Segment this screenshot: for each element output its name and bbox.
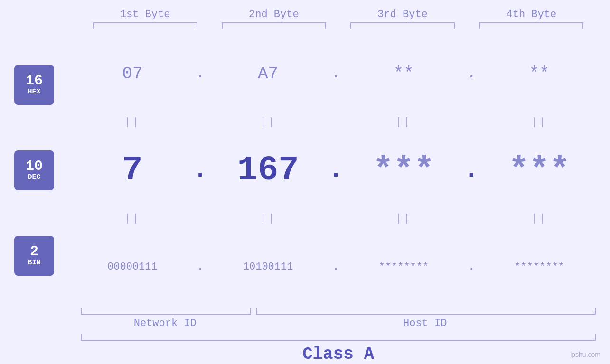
equals-row-1: || || || || [76,115,596,129]
equals1-1: || [80,116,185,128]
host-bracket [256,308,596,315]
dec-val1-cell: 7 [80,151,185,190]
bottom-labels-row: Network ID Host ID [81,317,596,329]
hex-val1: 07 [122,64,142,84]
byte4-header: 4th Byte [479,9,583,20]
top-brackets [0,22,610,29]
byte2-header: 2nd Byte [222,9,326,20]
watermark: ipshu.com [570,351,601,358]
bin-val4-cell: ******** [487,261,591,273]
content-area: 16 HEX 10 DEC 2 BIN 07 . [0,33,610,308]
bin-row: 00000111 . 10100111 . ******** . [76,226,596,308]
equals2-2: || [216,213,320,224]
full-bracket [81,334,596,341]
hex-val4-cell: ** [487,64,591,84]
dec-val2: 167 [237,151,299,190]
dec-dot3: . [464,157,479,184]
bin-val1-cell: 00000111 [80,261,185,273]
hex-val2-cell: A7 [216,64,320,84]
bin-badge-label: BIN [28,259,40,267]
bracket-byte1 [93,22,197,29]
dec-val4-cell: *** [487,151,591,190]
hex-dot2: . [328,66,343,81]
hex-row: 07 . A7 . ** . ** [76,33,596,115]
bin-badge: 2 BIN [14,236,54,276]
dec-val1: 7 [122,151,142,190]
network-bracket [81,308,251,315]
bracket-byte2 [222,22,326,29]
hex-dot1: . [193,66,207,81]
badges-column: 16 HEX 10 DEC 2 BIN [14,33,76,308]
dec-val3-cell: *** [351,151,456,190]
equals2-3: || [351,213,456,224]
equals1-3: || [351,116,456,128]
bin-badge-number: 2 [30,244,38,259]
bin-val1: 00000111 [107,261,158,273]
bin-val3: ******** [378,261,429,273]
dec-row: 7 . 167 . *** . *** [76,129,596,211]
equals1-4: || [487,116,591,128]
bin-val2: 10100111 [243,261,293,273]
byte3-header: 3rd Byte [350,9,455,20]
dec-badge-number: 10 [26,159,43,173]
byte-headers: 1st Byte 2nd Byte 3rd Byte 4th Byte [0,9,610,20]
class-label: Class A [81,345,596,364]
hex-val2: A7 [258,64,278,84]
hex-val4: ** [529,64,549,84]
dec-val4: *** [508,151,570,190]
byte1-header: 1st Byte [93,9,197,20]
dec-badge-label: DEC [28,173,40,182]
bracket-byte4 [479,22,583,29]
dec-dot1: . [193,157,207,184]
hex-dot3: . [464,66,479,81]
footer-section: Class A [0,334,610,364]
bin-dot2: . [328,261,343,273]
dec-val3: *** [373,151,434,190]
hex-badge: 16 HEX [14,65,54,105]
hex-badge-number: 16 [26,74,43,88]
bin-val2-cell: 10100111 [216,261,320,273]
network-id-label: Network ID [81,317,249,329]
dec-badge: 10 DEC [14,150,54,190]
bin-val3-cell: ******** [351,261,456,273]
main-container: 1st Byte 2nd Byte 3rd Byte 4th Byte 16 H… [0,0,610,364]
host-id-label: Host ID [254,317,596,329]
equals-row-2: || || || || [76,212,596,226]
bottom-brackets-row [81,308,596,315]
hex-badge-label: HEX [28,88,40,96]
hex-val1-cell: 07 [80,64,185,84]
dec-dot2: . [328,157,343,184]
hex-val3: ** [394,64,414,84]
equals2-4: || [487,213,591,224]
dec-val2-cell: 167 [216,151,320,190]
values-area: 07 . A7 . ** . ** [76,33,596,308]
hex-val3-cell: ** [351,64,456,84]
bin-dot1: . [193,261,207,273]
bin-val4: ******** [514,261,564,273]
bottom-section: Network ID Host ID [0,308,610,329]
bin-dot3: . [464,261,479,273]
equals2-1: || [80,213,185,224]
bracket-byte3 [350,22,455,29]
equals1-2: || [216,116,320,128]
